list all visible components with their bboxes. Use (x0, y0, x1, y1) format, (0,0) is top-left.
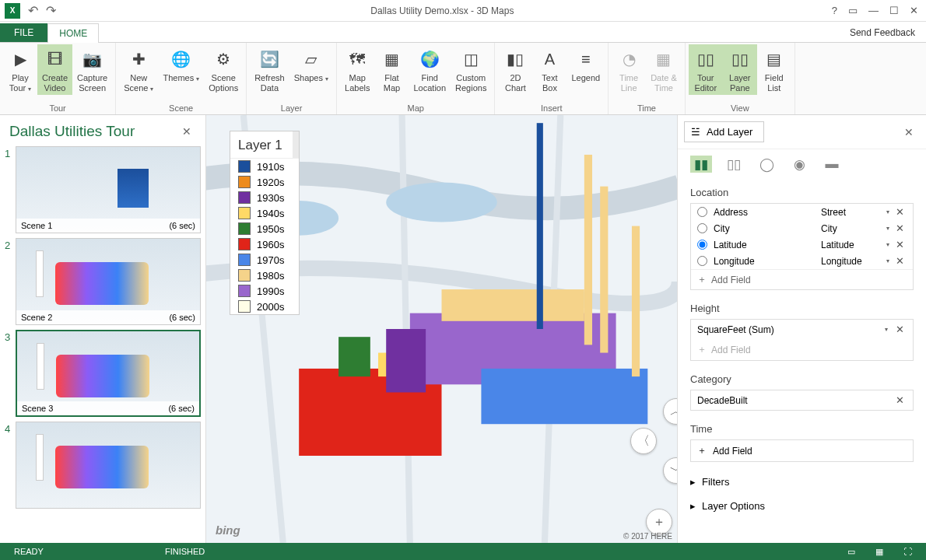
location-remove-icon[interactable]: ✕ (896, 222, 907, 234)
location-fields-grid: AddressStreet ▾✕CityCity ▾✕LatitudeLatit… (690, 203, 914, 290)
text-box-button[interactable]: ATextBox (532, 44, 566, 95)
viz-clustered-column-icon[interactable]: ▯▯ (723, 156, 745, 173)
location-remove-icon[interactable]: ✕ (896, 206, 907, 218)
status-view-icon[interactable]: ▭ (847, 547, 855, 557)
map-canvas[interactable]: Layer 1 1910s1920s1930s1940s1950s1960s19… (206, 115, 677, 543)
ribbon-group-label: Scene (119, 103, 243, 114)
viz-bubble-icon[interactable]: ◯ (756, 156, 777, 173)
layer-pane-button[interactable]: ▯▯LayerPane (723, 44, 757, 95)
flat-map-button[interactable]: ▦FlatMap (374, 44, 409, 95)
location-radio[interactable] (697, 223, 707, 233)
flat-map-icon: ▦ (379, 47, 404, 72)
refresh-data-button[interactable]: 🔄RefreshData (250, 44, 289, 95)
location-type-dropdown[interactable]: City ▾ (821, 223, 889, 234)
legend-item: 1920s (230, 174, 299, 190)
find-location-icon: 🌍 (417, 47, 442, 72)
custom-regions-button[interactable]: ◫CustomRegions (451, 44, 491, 95)
viz-heatmap-icon[interactable]: ◉ (788, 156, 810, 173)
layer-pane-close-icon[interactable]: ✕ (898, 124, 920, 140)
category-remove-icon[interactable]: ✕ (896, 394, 907, 406)
location-type-dropdown[interactable]: Street ▾ (821, 207, 889, 218)
new-scene-button[interactable]: ✚NewScene ▾ (119, 44, 158, 95)
map-copyright: © 2017 HERE (623, 532, 672, 541)
height-remove-icon[interactable]: ✕ (896, 324, 907, 335)
ribbon-group-label: Tour (3, 103, 112, 114)
zoom-in-button[interactable]: ＋ (646, 509, 672, 535)
play-tour-button[interactable]: ▶PlayTour ▾ (3, 44, 37, 95)
category-field-value[interactable]: DecadeBuilt (697, 395, 748, 406)
capture-screen-icon: 📷 (80, 47, 105, 72)
legend-label: 1910s (257, 161, 284, 173)
location-remove-icon[interactable]: ✕ (896, 239, 907, 250)
custom-regions-icon: ◫ (458, 47, 483, 72)
height-dropdown-icon[interactable]: ▾ (885, 326, 888, 333)
time-add-field[interactable]: ＋ Add Field (691, 440, 913, 461)
tour-panel-close-icon[interactable]: ✕ (177, 124, 196, 139)
location-add-field[interactable]: ＋Add Field (691, 269, 913, 289)
height-field-value[interactable]: SquareFeet (Sum) (697, 324, 774, 335)
scene-card[interactable]: Scene 1(6 sec) (16, 146, 201, 233)
create-video-button[interactable]: 🎞CreateVideo (37, 44, 72, 95)
undo-icon[interactable]: ↶ (28, 3, 38, 18)
shapes-button[interactable]: ▱Shapes ▾ (289, 44, 333, 86)
location-type-dropdown[interactable]: Longitude ▾ (821, 256, 889, 267)
tour-editor-button[interactable]: ▯▯TourEditor (689, 44, 723, 95)
2d-chart-button[interactable]: ▮▯2DChart (498, 44, 532, 95)
legend-label: 1930s (257, 192, 284, 204)
viz-stacked-column-icon[interactable]: ▮▮ (690, 156, 712, 173)
scene-options-icon: ⚙ (211, 47, 236, 72)
scene-card[interactable]: Scene 2(6 sec) (16, 238, 201, 325)
status-view2-icon[interactable]: ▦ (875, 547, 883, 557)
svg-rect-11 (537, 123, 543, 329)
plus-icon: ＋ (697, 444, 707, 457)
rotate-left-button[interactable]: 〈 (630, 428, 657, 454)
legend-swatch (238, 191, 251, 204)
add-layer-button[interactable]: ☱ Add Layer (684, 121, 764, 142)
legend-icon: ≡ (573, 47, 598, 72)
location-radio[interactable] (697, 256, 707, 266)
minimize-icon[interactable]: — (868, 5, 879, 16)
help-icon[interactable]: ? (832, 5, 837, 16)
tab-file[interactable]: FILE (0, 23, 47, 42)
find-location-button[interactable]: 🌍FindLocation (409, 44, 451, 95)
legend-label: 1990s (257, 285, 284, 297)
visualization-picker: ▮▮ ▯▯ ◯ ◉ ▬ (678, 149, 926, 182)
field-list-button[interactable]: ▤FieldList (757, 44, 791, 95)
layers-icon: ☱ (691, 126, 700, 138)
location-radio[interactable] (697, 240, 707, 250)
map-legend[interactable]: Layer 1 1910s1920s1930s1940s1950s1960s19… (230, 131, 300, 315)
scene-card[interactable]: Scene 3(6 sec) (16, 330, 201, 417)
chevron-right-icon: ▸ (690, 476, 696, 488)
location-field-row: CityCity ▾✕ (691, 220, 913, 236)
scene-options-button[interactable]: ⚙SceneOptions (204, 44, 243, 95)
category-section-label: Category (690, 373, 914, 385)
location-remove-icon[interactable]: ✕ (896, 255, 907, 267)
send-feedback-link[interactable]: Send Feedback (839, 23, 926, 42)
location-field-name: Longitude (714, 256, 815, 267)
filters-section[interactable]: ▸ Filters (678, 470, 926, 494)
location-radio[interactable] (697, 207, 707, 217)
location-type-dropdown[interactable]: Latitude ▾ (821, 240, 889, 250)
redo-icon[interactable]: ↷ (46, 3, 56, 18)
plus-icon: ＋ (697, 273, 707, 286)
map-labels-button[interactable]: 🗺MapLabels (340, 44, 374, 95)
location-field-row: LatitudeLatitude ▾✕ (691, 236, 913, 253)
capture-screen-button[interactable]: 📷CaptureScreen (72, 44, 112, 95)
viz-region-icon[interactable]: ▬ (821, 156, 843, 173)
ribbon-display-icon[interactable]: ▭ (848, 5, 858, 16)
excel-icon: X (5, 3, 20, 19)
layer-options-section[interactable]: ▸ Layer Options (678, 494, 926, 518)
svg-rect-4 (338, 337, 370, 376)
height-add-field[interactable]: ＋ Add Field (691, 339, 913, 360)
legend-swatch (238, 254, 251, 266)
tab-home[interactable]: HOME (47, 23, 99, 43)
themes-button[interactable]: 🌐Themes ▾ (158, 44, 204, 86)
scene-number: 2 (5, 238, 16, 251)
legend-button[interactable]: ≡Legend (566, 44, 605, 86)
svg-rect-10 (481, 369, 647, 424)
svg-rect-14 (632, 226, 640, 377)
maximize-icon[interactable]: ☐ (889, 5, 899, 16)
status-fullscreen-icon[interactable]: ⛶ (903, 547, 912, 556)
close-icon[interactable]: ✕ (910, 5, 918, 16)
scene-card[interactable] (16, 422, 201, 509)
